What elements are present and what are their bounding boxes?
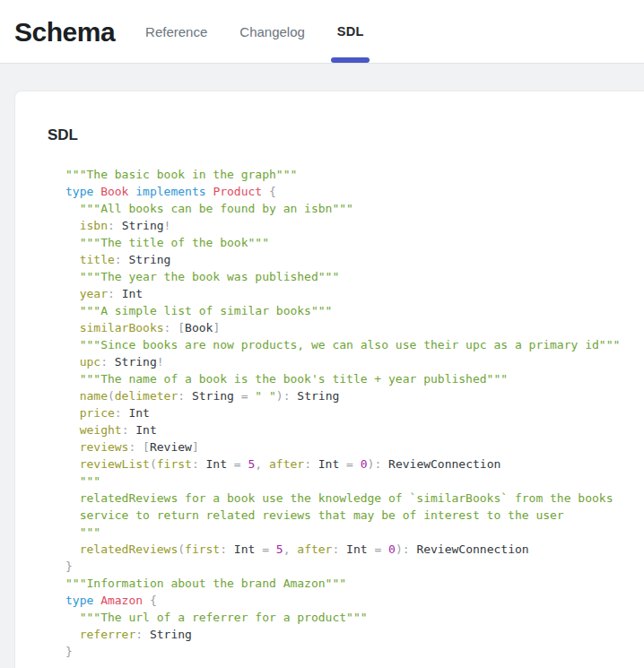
code-line: title: String bbox=[65, 251, 634, 268]
code-token: delimeter bbox=[115, 389, 178, 403]
code-line: type Amazon { bbox=[65, 592, 634, 609]
page-header: Schema Reference Changelog SDL bbox=[0, 0, 644, 64]
code-token: = bbox=[368, 542, 388, 556]
code-line: price: Int bbox=[65, 404, 634, 421]
code-token: Int bbox=[234, 542, 255, 556]
code-token: : [ bbox=[164, 321, 185, 334]
code-token: : [ bbox=[128, 440, 149, 454]
code-token: , bbox=[283, 542, 298, 556]
code-token: Int bbox=[128, 406, 149, 420]
code-line: """The name of a book is the book's titl… bbox=[65, 370, 634, 387]
code-token: """The title of the book""" bbox=[65, 236, 269, 249]
code-line: reviewList(first: Int = 5, after: Int = … bbox=[65, 455, 634, 473]
code-token: } bbox=[65, 560, 73, 573]
code-token: { bbox=[150, 594, 157, 607]
code-token: ] bbox=[192, 440, 199, 454]
code-line: """Information about the brand Amazon""" bbox=[65, 575, 634, 592]
code-line: } bbox=[65, 558, 634, 575]
code-token: type bbox=[65, 594, 100, 607]
code-token: """ bbox=[65, 474, 100, 488]
code-line: referrer: String bbox=[65, 626, 634, 643]
code-token: : bbox=[115, 253, 129, 266]
tab-bar: Reference Changelog SDL bbox=[145, 0, 363, 63]
code-token: : bbox=[100, 355, 115, 369]
code-line: service to return related reviews that m… bbox=[65, 507, 634, 524]
code-token: : bbox=[220, 542, 234, 556]
tab-sdl-label: SDL bbox=[337, 24, 364, 39]
code-token: """ bbox=[65, 525, 100, 539]
code-line: relatedReviews(first: Int = 5, after: In… bbox=[65, 541, 634, 558]
code-token: String bbox=[192, 389, 234, 403]
code-token: Int bbox=[206, 457, 227, 471]
code-token: ): bbox=[396, 542, 416, 556]
code-token: Int bbox=[346, 542, 367, 556]
code-line: """A simple list of similar books""" bbox=[65, 302, 634, 319]
code-token: ): bbox=[276, 389, 297, 403]
code-token: = bbox=[234, 389, 255, 403]
tab-reference-label: Reference bbox=[145, 24, 207, 39]
code-line: """The year the book was published""" bbox=[65, 268, 634, 285]
code-token: String bbox=[128, 253, 170, 266]
code-token: ): bbox=[368, 457, 388, 471]
code-line: weight: Int bbox=[65, 421, 634, 438]
code-token: ( bbox=[178, 542, 185, 556]
code-line: upc: String! bbox=[65, 353, 634, 370]
page-title: Schema bbox=[14, 0, 115, 64]
code-token: weight bbox=[65, 423, 122, 437]
code-token: Book bbox=[185, 321, 213, 334]
code-token: """The url of a referrer for a product""… bbox=[65, 611, 368, 624]
code-token: Product bbox=[213, 185, 269, 198]
sdl-card: SDL """The basic book in the graph"""typ… bbox=[14, 91, 644, 668]
code-token: reviewList bbox=[65, 457, 150, 471]
tab-reference[interactable]: Reference bbox=[145, 0, 207, 63]
tab-sdl[interactable]: SDL bbox=[337, 0, 364, 63]
code-token: name bbox=[65, 389, 108, 403]
code-line: relatedReviews for a book use the knowle… bbox=[65, 490, 634, 507]
tab-changelog[interactable]: Changelog bbox=[239, 0, 305, 63]
code-token: ] bbox=[213, 321, 220, 334]
code-line: name(delimeter: String = " "): String bbox=[65, 387, 634, 404]
code-token: ( bbox=[150, 457, 157, 471]
code-token: """Information about the brand Amazon""" bbox=[65, 577, 346, 590]
code-line: type Book implements Product { bbox=[65, 183, 634, 200]
code-token: title bbox=[65, 253, 115, 266]
code-token: } bbox=[65, 645, 73, 658]
code-token: service to return related reviews that m… bbox=[65, 508, 564, 522]
code-token: : bbox=[304, 457, 318, 471]
code-line: """ bbox=[65, 524, 634, 541]
code-token: after bbox=[269, 457, 304, 471]
code-token: first bbox=[157, 457, 192, 471]
code-token: : bbox=[122, 423, 136, 437]
code-token: implements bbox=[135, 185, 213, 198]
code-token: """The name of a book is the book's titl… bbox=[65, 372, 508, 386]
code-line: """The title of the book""" bbox=[65, 234, 634, 251]
code-token: referrer bbox=[65, 628, 135, 641]
code-token: String bbox=[122, 219, 164, 232]
code-token: = bbox=[339, 457, 360, 471]
code-line: similarBooks: [Book] bbox=[65, 319, 634, 336]
code-line: """The url of a referrer for a product""… bbox=[65, 609, 634, 626]
code-token: similarBooks bbox=[65, 321, 164, 334]
code-token: first bbox=[185, 542, 220, 556]
code-token: ReviewConnection bbox=[416, 542, 528, 556]
code-line: reviews: [Review] bbox=[65, 438, 634, 455]
content-area: SDL """The basic book in the graph"""typ… bbox=[0, 64, 644, 668]
code-token: : bbox=[135, 628, 150, 641]
code-token: { bbox=[269, 185, 276, 198]
code-token: : bbox=[108, 219, 122, 232]
code-token: ReviewConnection bbox=[388, 457, 500, 471]
code-token: relatedReviews bbox=[65, 542, 178, 556]
code-token: after bbox=[297, 542, 332, 556]
code-token: " " bbox=[255, 389, 275, 403]
code-token: ! bbox=[164, 219, 171, 232]
code-token: : bbox=[108, 287, 122, 300]
code-token: """The year the book was published""" bbox=[65, 270, 339, 283]
code-token: price bbox=[65, 406, 115, 420]
code-token: Int bbox=[318, 457, 339, 471]
sdl-code-block: """The basic book in the graph"""type Bo… bbox=[65, 166, 634, 660]
code-token: Review bbox=[150, 440, 192, 454]
code-token: : bbox=[332, 542, 346, 556]
code-token: : bbox=[192, 457, 206, 471]
tab-changelog-label: Changelog bbox=[239, 24, 305, 39]
code-token: ( bbox=[108, 389, 115, 403]
